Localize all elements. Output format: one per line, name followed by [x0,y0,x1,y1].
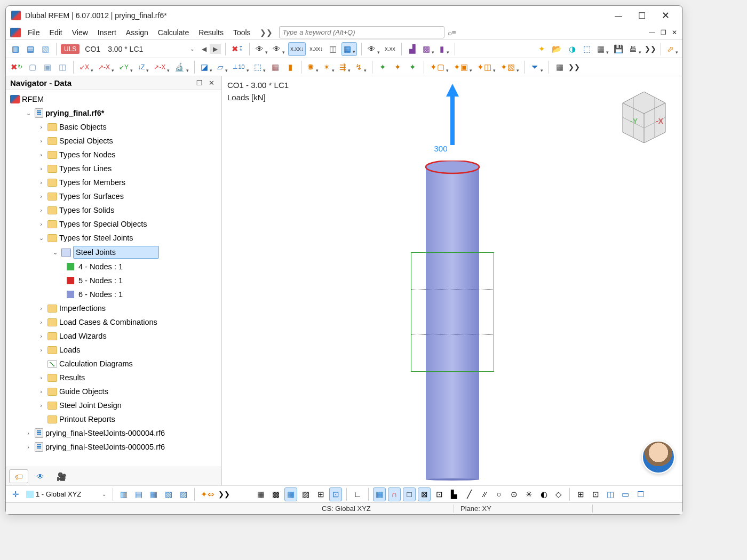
expand-icon[interactable]: › [37,344,45,356]
bt-guide2-icon[interactable]: ⊡ [589,487,602,501]
tb-results-scale-icon[interactable]: ▮ [438,42,450,56]
tb-microscope-icon[interactable]: 🔬 [173,60,190,74]
tb-print-icon[interactable]: 🖶 [627,42,642,56]
assistant-avatar[interactable] [642,441,675,474]
bt-osnap-perp-icon[interactable]: ▙ [448,487,460,501]
menu-insert[interactable]: Insert [93,27,121,38]
bt-range-icon[interactable]: ✦⇔ [199,487,216,501]
bt-workplane1-icon[interactable]: ▥ [117,487,130,501]
bt-guide3-icon[interactable]: ◫ [604,487,617,501]
load-badge[interactable]: ULS [61,44,80,54]
tree-folder[interactable]: ›Types for Members [6,175,221,189]
expand-icon[interactable]: › [37,135,45,147]
tree-folder[interactable]: ›Special Objects [6,134,221,148]
prev-loadcase-icon[interactable]: ◀ [198,44,210,54]
tb-results-surface-icon[interactable]: ▩ [421,42,435,56]
bt-workplane4-icon[interactable]: ▧ [162,487,175,501]
bt-workplane5-icon[interactable]: ▨ [177,487,190,501]
navigator-close-icon[interactable]: ✕ [205,79,217,87]
tb-support-render-icon[interactable]: ⬚ [252,60,267,74]
menu-view[interactable]: View [67,27,93,38]
tree-folder[interactable]: ›Steel Joint Design [6,398,221,412]
tb-filter-icon[interactable]: ⏷ [529,60,544,74]
menu-tools[interactable]: Tools [228,27,256,38]
tb-load2-icon[interactable]: ✴ [322,60,336,74]
tree-folder[interactable]: ›Imperfections [6,301,221,315]
bt-osnap-tan-icon[interactable]: ◐ [537,487,550,501]
tb-axis-y-icon[interactable]: ↙Y [117,60,134,74]
tree-folder[interactable]: ›Basic Objects [6,120,221,134]
bt-osnap-mid-icon[interactable]: ⊠ [418,487,431,501]
tb-axis-z-icon[interactable]: ↓Z [136,60,150,74]
bt-cs-icon[interactable]: ✛ [9,487,22,501]
bt-guide5-icon[interactable]: ☐ [634,487,647,501]
bt-snap4-icon[interactable]: ▨ [299,487,312,501]
menu-calculate[interactable]: Calculate [153,27,194,38]
tb-results-visibility-icon[interactable]: 👁 [366,42,381,56]
tree-model[interactable]: ⌄prying_final.rf6* [6,106,221,120]
tree-joint-item[interactable]: 6 - Nodes : 1 [6,287,221,301]
tree-folder[interactable]: ·Printout Reports [6,412,221,426]
tb-delete-load-icon[interactable]: ✖↧ [230,42,245,56]
expand-icon[interactable]: › [37,372,45,383]
expand-icon[interactable]: › [37,177,45,188]
tb-solid-render-icon[interactable]: ◪ [199,60,213,74]
tb-open-icon[interactable]: 📂 [550,42,563,56]
app-logo-small[interactable] [10,28,21,37]
bt-workplane2-icon[interactable]: ▤ [132,487,145,501]
expand-icon[interactable]: › [37,121,45,133]
mdi-minimize-icon[interactable]: — [648,28,656,37]
tb-axis-negx-icon[interactable]: ↗-X [97,60,115,74]
minimize-button[interactable]: — [607,7,630,23]
tree-steel-category[interactable]: ⌄Types for Steel Joints [6,231,221,245]
coord-system-combo[interactable]: 1 - Global XYZ ⌄ [24,490,108,498]
model-viewport[interactable]: CO1 - 3.00 * LC1 Loads [kN] -Y -X 300 [222,76,682,485]
collapse-icon[interactable]: ⌄ [37,232,45,244]
tb-plate-render-icon[interactable]: ▱ [216,60,229,74]
menu-assign[interactable]: Assign [121,27,153,38]
expand-icon[interactable]: › [37,190,45,202]
tb-copy1-icon[interactable]: ✦▢ [428,60,450,74]
tb-axis-negx2-icon[interactable]: ↗-X [152,60,171,74]
tb-load3-icon[interactable]: ⇶ [338,60,352,74]
tb-new-icon[interactable]: ✦ [535,42,548,56]
tree-folder[interactable]: ›Results [6,371,221,385]
tb-design3-icon[interactable]: ✦ [407,60,419,74]
close-button[interactable]: ✕ [654,7,677,23]
search-input[interactable]: Type a keyword (Alt+Q) [279,26,444,38]
loadcase-dropdown-icon[interactable]: ⌄ [188,46,196,52]
tb-show-loadvalues-icon[interactable]: x.xx↓ [288,42,306,56]
tree-folder[interactable]: ›Loads [6,343,221,357]
bt-workplane3-icon[interactable]: ▦ [147,487,160,501]
menu-file[interactable]: File [23,27,45,38]
tb-select-arrow-icon[interactable]: ⬀ [665,42,679,56]
tree-folder[interactable]: ›Load Cases & Combinations [6,315,221,329]
tb-blocks-icon[interactable]: ▤ [24,42,37,56]
menu-edit[interactable]: Edit [45,27,67,38]
tb-colors-icon[interactable]: ▮ [284,60,297,74]
mdi-close-icon[interactable]: ✕ [671,28,678,37]
tb-render-mode-icon[interactable]: ▦ [341,42,357,56]
loadcase-name[interactable]: CO1 [82,44,104,54]
toolbar2-overflow-icon[interactable]: ❯❯ [568,63,580,71]
tb-copy2-icon[interactable]: ✦▣ [452,60,473,74]
expand-icon[interactable]: › [37,399,45,411]
tb-grid-icon[interactable]: ▦ [553,60,566,74]
toolbar1-overflow-icon[interactable]: ❯❯ [645,45,656,53]
tb-results-values-icon[interactable]: x.xx [383,42,397,56]
nav-tab-views-icon[interactable]: 🎥 [52,469,71,483]
bt-osnap-grid-icon[interactable]: ▦ [373,487,386,501]
tree-folder[interactable]: ›Load Wizards [6,329,221,343]
bt-snap6-icon[interactable]: ⊡ [329,487,342,501]
tb-load1-icon[interactable]: ✺ [306,60,320,74]
nav-cube[interactable]: -Y -X [612,84,676,143]
tree-joint-item[interactable]: 5 - Nodes : 1 [6,274,221,287]
tb-results-diagram-icon[interactable]: ▟ [406,42,419,56]
expand-icon[interactable]: › [24,441,33,453]
expand-icon[interactable]: ⌄ [24,107,33,119]
tree-folder[interactable]: ›Types for Solids [6,203,221,217]
tb-save-icon[interactable]: 💾 [612,42,625,56]
bt-osnap-center-icon[interactable]: ⊙ [507,487,520,501]
tree-extra-file[interactable]: ›prying_final-SteelJoints-000004.rf6 [6,426,221,440]
tb-blocks2-icon[interactable]: ▧ [39,42,52,56]
